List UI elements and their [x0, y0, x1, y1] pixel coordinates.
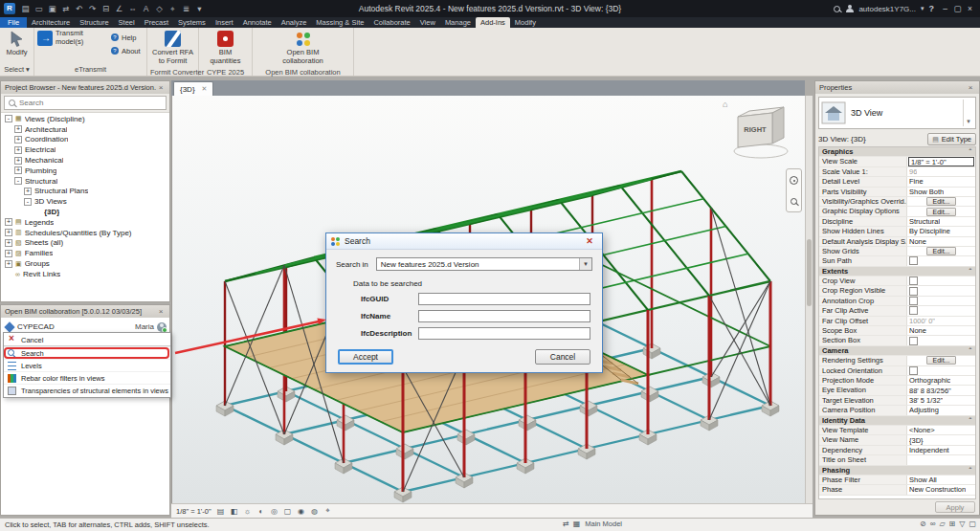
property-row[interactable]: Rendering Settings Edit... [819, 356, 975, 365]
property-row[interactable]: Crop Region Visible [819, 286, 975, 296]
edit-type-button[interactable]: Edit Type [927, 133, 976, 145]
properties-header[interactable]: Properties × [815, 81, 979, 94]
property-value[interactable]: None [907, 326, 975, 335]
ribbon-tab[interactable]: Collaborate [368, 17, 414, 28]
user-badge[interactable]: Maria [135, 322, 167, 332]
ribbon-tab[interactable]: Steel [114, 17, 140, 28]
property-value[interactable] [907, 277, 975, 285]
tree-item[interactable]: + Coordination [1, 135, 169, 145]
apply-button[interactable]: Apply [935, 501, 975, 513]
thin-lines-icon[interactable]: ≣ [180, 2, 192, 15]
account-name[interactable]: autodesk1Y7G... [858, 5, 916, 13]
property-row[interactable]: Sun Path [819, 256, 975, 266]
property-row[interactable]: Section Box [819, 336, 975, 345]
tree-expander[interactable]: + [24, 188, 32, 195]
account-dropdown-icon[interactable]: ▾ [921, 5, 924, 12]
property-value[interactable]: 1000' 0" [907, 317, 975, 325]
property-value[interactable]: 96 [907, 167, 975, 176]
tree-expander[interactable]: + [14, 166, 22, 174]
property-value[interactable]: 1/8" = 1'-0" [907, 157, 975, 166]
property-value[interactable]: Edit... [907, 247, 975, 255]
property-value[interactable]: New Construction [907, 485, 975, 494]
property-row[interactable]: Projection Mode Orthographic [819, 376, 975, 386]
tree-expander[interactable]: + [14, 157, 22, 165]
menu-item[interactable]: Levels [4, 359, 170, 371]
property-value[interactable]: 38' 5 1/32" [907, 396, 975, 405]
property-row[interactable]: Locked Orientation [819, 366, 975, 376]
tree-expander[interactable]: + [5, 239, 12, 247]
type-selector[interactable]: 3D View ▾ [818, 97, 976, 129]
tree-expander[interactable]: - [24, 198, 32, 206]
select-links-icon[interactable]: ∞ [930, 520, 936, 528]
collaboration-panel-header[interactable]: Open BIM collaboration [5.0.0.12 03/03/2… [1, 305, 169, 318]
open-icon[interactable]: ▭ [33, 2, 45, 15]
property-value[interactable] [907, 455, 975, 464]
property-row[interactable]: Show Grids Edit... [819, 247, 975, 256]
property-row[interactable]: Annotation Crop [819, 297, 975, 306]
ribbon-tab[interactable]: Analyze [277, 17, 312, 28]
help-button[interactable]: Help [109, 32, 143, 43]
tree-item[interactable]: + Electrical [1, 144, 169, 155]
analytical-model-icon[interactable]: ⌖ [323, 505, 334, 517]
drag-elements-icon[interactable]: ⊞ [949, 520, 956, 528]
tree-expander[interactable] [33, 209, 41, 216]
property-row[interactable]: Parts Visibility Show Both [819, 188, 975, 197]
property-row[interactable]: Phase Filter Show All [819, 476, 975, 485]
ribbon-tab[interactable]: View [415, 17, 440, 28]
measure-icon[interactable]: ∠ [113, 2, 125, 15]
select-underlay-icon[interactable]: ▱ [939, 520, 945, 528]
worksets-icon[interactable]: ▦ [573, 520, 581, 528]
property-value[interactable]: Edit... [907, 356, 975, 365]
navigation-wheel-icon[interactable] [790, 176, 798, 185]
tree-item[interactable]: + Architectural [1, 124, 169, 135]
property-value[interactable] [907, 366, 975, 375]
property-value[interactable]: Edit... [907, 207, 975, 215]
close-icon[interactable]: × [156, 83, 166, 92]
panel-label-cype[interactable]: CYPE 2025 [199, 67, 252, 78]
tree-item[interactable]: + ▥ Schedules/Quantities (By Type) [1, 228, 169, 238]
ifcname-field[interactable] [418, 310, 590, 322]
property-value[interactable]: Show All [907, 476, 975, 484]
filter-icon[interactable]: ▽ [959, 520, 965, 528]
temporary-hide-isolate-icon[interactable]: ◍ [309, 505, 321, 517]
ribbon-tab[interactable]: Add-Ins [476, 17, 510, 28]
tree-expander[interactable]: + [5, 260, 12, 268]
tree-item[interactable]: + Plumbing [1, 166, 169, 176]
revit-logo-icon[interactable] [4, 3, 15, 14]
menu-item[interactable]: Search [4, 346, 170, 359]
modify-button[interactable]: Modify [3, 30, 31, 57]
view-scale-control[interactable]: 1/8" = 1'-0" [176, 507, 212, 516]
undo-icon[interactable]: ↶ [73, 2, 85, 15]
ribbon-tab[interactable]: Annotate [238, 17, 277, 28]
tree-item[interactable]: + ▨ Families [1, 248, 169, 258]
ribbon-tab[interactable]: Massing & Site [311, 17, 368, 28]
ribbon-tab[interactable]: Manage [440, 17, 476, 28]
tree-expander[interactable]: + [5, 229, 12, 236]
tree-item[interactable]: {3D} [1, 207, 169, 217]
chevron-down-icon[interactable]: ▾ [963, 100, 973, 126]
property-value[interactable]: By Discipline [907, 227, 975, 235]
property-row[interactable]: View Template <None> [819, 426, 975, 435]
property-value[interactable] [907, 256, 975, 265]
visual-style-icon[interactable]: ◧ [229, 505, 240, 517]
reveal-hidden-icon[interactable]: ◉ [296, 505, 307, 517]
tree-expander[interactable]: + [5, 218, 12, 226]
ribbon-tab[interactable]: Modify [510, 17, 541, 28]
property-row[interactable]: Camera Position Adjusting [819, 406, 975, 415]
tree-item[interactable]: + Mechanical [1, 155, 169, 166]
panel-label-etransmit[interactable]: eTransmit [34, 64, 146, 76]
minimize-button[interactable]: – [939, 4, 951, 13]
property-row[interactable]: Eye Elevation 88' 8 83/256" [819, 386, 975, 395]
ribbon-tab[interactable]: Systems [173, 17, 211, 28]
property-value[interactable]: Structural [907, 217, 975, 226]
search-input[interactable] [19, 99, 134, 107]
property-row[interactable]: Extents [819, 267, 975, 277]
worksharing-icon[interactable]: ⇄ [563, 520, 569, 528]
ribbon-tab[interactable]: Insert [211, 17, 238, 28]
property-row[interactable]: Graphic Display Options Edit... [819, 207, 975, 216]
tree-item[interactable]: - ▦ Views (Discipline) [1, 114, 169, 124]
zoom-icon[interactable] [791, 198, 797, 205]
crop-region-icon[interactable]: ▢ [282, 505, 294, 517]
tree-item[interactable]: - Structural [1, 176, 169, 187]
text-icon[interactable]: A [140, 2, 152, 15]
